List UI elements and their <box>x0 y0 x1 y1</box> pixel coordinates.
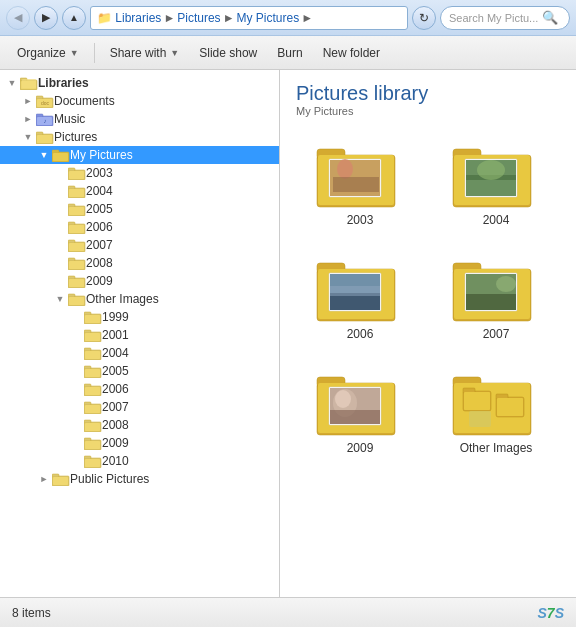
sidebar-item-1999[interactable]: 1999 <box>0 308 279 326</box>
folder-2008b-icon <box>84 418 102 432</box>
svg-rect-62 <box>85 423 100 431</box>
search-placeholder: Search My Pictu... <box>449 12 538 24</box>
sidebar-item-2007[interactable]: 2007 <box>0 236 279 254</box>
folder-item-2003[interactable]: 2003 <box>296 133 424 231</box>
folder-item-2007[interactable]: 2007 <box>432 247 560 345</box>
share-with-button[interactable]: Share with ▼ <box>101 42 189 64</box>
expand-other-images: ▼ <box>52 294 68 304</box>
folder-item-2004[interactable]: 2004 <box>432 133 560 231</box>
sidebar-item-documents[interactable]: ► doc Documents <box>0 92 279 110</box>
svg-rect-22 <box>68 186 75 189</box>
slideshow-label: Slide show <box>199 46 257 60</box>
forward-button[interactable]: ▶ <box>34 6 58 30</box>
svg-rect-20 <box>69 171 84 179</box>
logo-text: S7S <box>538 605 564 621</box>
label-2010: 2010 <box>102 454 129 468</box>
sidebar-item-2001[interactable]: 2001 <box>0 326 279 344</box>
folder-other-icon <box>68 292 86 306</box>
toolbar-separator-1 <box>94 43 95 63</box>
svg-rect-67 <box>84 456 91 459</box>
logo: S7S <box>538 605 564 621</box>
share-arrow: ▼ <box>170 48 179 58</box>
folder-2001-icon <box>84 328 102 342</box>
folder-2009b-icon <box>84 436 102 450</box>
sidebar-item-other-images[interactable]: ▼ Other Images <box>0 290 279 308</box>
up-button[interactable]: ▲ <box>62 6 86 30</box>
sidebar-item-2009[interactable]: 2009 <box>0 272 279 290</box>
label-2001: 2001 <box>102 328 129 342</box>
svg-rect-31 <box>68 240 75 243</box>
svg-text:doc: doc <box>41 100 50 106</box>
item-count: 8 items <box>12 606 51 620</box>
public-pictures-label: Public Pictures <box>70 472 149 486</box>
label-2004: 2004 <box>86 184 113 198</box>
label-2008: 2008 <box>86 256 113 270</box>
slideshow-button[interactable]: Slide show <box>190 42 266 64</box>
svg-rect-44 <box>85 315 100 323</box>
sidebar-item-2007b[interactable]: 2007 <box>0 398 279 416</box>
sidebar-item-2010[interactable]: 2010 <box>0 452 279 470</box>
sidebar-item-my-pictures[interactable]: ▼ My Pictures <box>0 146 279 164</box>
search-box[interactable]: Search My Pictu... 🔍 <box>440 6 570 30</box>
svg-rect-26 <box>69 207 84 215</box>
libraries-label: Libraries <box>38 76 89 90</box>
svg-point-77 <box>337 159 353 179</box>
svg-rect-35 <box>69 261 84 269</box>
folder-item-2006[interactable]: 2006 <box>296 247 424 345</box>
label-2004b: 2004 <box>102 346 129 360</box>
sidebar-item-music[interactable]: ► ♪ Music <box>0 110 279 128</box>
folder-public-icon <box>52 472 70 486</box>
sidebar-item-pictures[interactable]: ▼ Pictures <box>0 128 279 146</box>
sidebar-item-2006[interactable]: 2006 <box>0 218 279 236</box>
svg-rect-70 <box>52 474 59 477</box>
svg-rect-38 <box>69 279 84 287</box>
documents-icon: doc <box>36 94 54 108</box>
sidebar-item-2005b[interactable]: 2005 <box>0 362 279 380</box>
sidebar-item-2005[interactable]: 2005 <box>0 200 279 218</box>
new-folder-label: New folder <box>323 46 380 60</box>
label-2009: 2009 <box>86 274 113 288</box>
expand-pictures: ▼ <box>20 132 36 142</box>
svg-rect-53 <box>85 369 100 377</box>
svg-rect-29 <box>69 225 84 233</box>
svg-rect-19 <box>68 168 75 171</box>
sidebar-item-2004[interactable]: 2004 <box>0 182 279 200</box>
my-pictures-icon <box>52 148 70 162</box>
folder-item-other-images[interactable]: Other Images <box>432 361 560 459</box>
svg-rect-46 <box>84 330 91 333</box>
folder-2004-icon <box>68 184 86 198</box>
folder-thumb-2009 <box>315 365 405 437</box>
folder-thumb-2003 <box>315 137 405 209</box>
sidebar-item-2004b[interactable]: 2004 <box>0 344 279 362</box>
svg-rect-32 <box>69 243 84 251</box>
svg-rect-117 <box>469 411 491 427</box>
folder-item-2009[interactable]: 2009 <box>296 361 424 459</box>
sidebar-item-2003[interactable]: 2003 <box>0 164 279 182</box>
svg-rect-113 <box>464 392 490 410</box>
address-bar: ◀ ▶ ▲ 📁 Libraries ► Pictures ► My Pictur… <box>0 0 576 36</box>
other-images-label: Other Images <box>86 292 159 306</box>
sidebar-item-2009b[interactable]: 2009 <box>0 434 279 452</box>
refresh-button[interactable]: ↻ <box>412 6 436 30</box>
svg-rect-59 <box>85 405 100 413</box>
folder-2007-icon <box>68 238 86 252</box>
svg-rect-52 <box>84 366 91 369</box>
label-2006: 2006 <box>86 220 113 234</box>
new-folder-button[interactable]: New folder <box>314 42 389 64</box>
address-path[interactable]: 📁 Libraries ► Pictures ► My Pictures ► <box>90 6 408 30</box>
sidebar-item-2008b[interactable]: 2008 <box>0 416 279 434</box>
sidebar-item-public-pictures[interactable]: ► Public Pictures <box>0 470 279 488</box>
label-2009b: 2009 <box>102 436 129 450</box>
organize-button[interactable]: Organize ▼ <box>8 42 88 64</box>
search-icon: 🔍 <box>542 10 558 25</box>
svg-rect-9 <box>36 114 43 117</box>
sidebar-item-2008[interactable]: 2008 <box>0 254 279 272</box>
svg-rect-50 <box>85 351 100 359</box>
burn-button[interactable]: Burn <box>268 42 311 64</box>
label-2005: 2005 <box>86 202 113 216</box>
back-button[interactable]: ◀ <box>6 6 30 30</box>
sidebar-item-2006b[interactable]: 2006 <box>0 380 279 398</box>
share-with-label: Share with <box>110 46 167 60</box>
folder-2008-icon <box>68 256 86 270</box>
sidebar-item-libraries[interactable]: ▼ Libraries <box>0 74 279 92</box>
